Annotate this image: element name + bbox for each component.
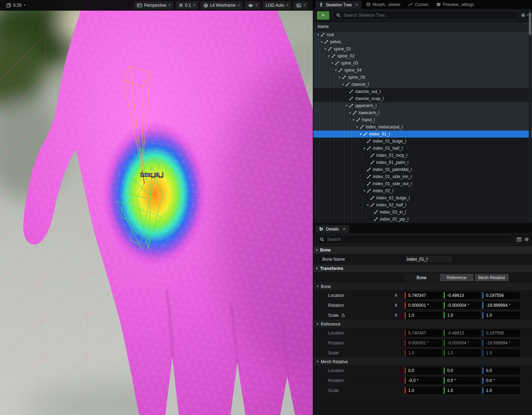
group-header-mesh-relative[interactable]: ▾Mesh Relative (313, 358, 532, 366)
viewport-3d[interactable]: index_01_l 0.25 ▾ Perspective ▾ (0, 0, 313, 415)
value-field[interactable]: -0.0 ° (404, 377, 442, 384)
details-search-box[interactable] (316, 235, 514, 244)
tree-row-index-01-side-inn-l[interactable]: index_01_side_inn_l (313, 173, 532, 180)
expander-icon[interactable]: ▾ (366, 201, 370, 209)
group-header-reference[interactable]: ▾Reference (313, 320, 532, 328)
display-filter-icon[interactable] (517, 237, 521, 242)
value-field[interactable]: 1.0 (443, 312, 481, 319)
expander-icon[interactable]: ▾ (355, 123, 359, 131)
bone-name-input[interactable]: index_01_l (404, 255, 453, 263)
visibility-button[interactable]: ▾ (245, 1, 260, 9)
expander-icon[interactable]: ▾ (359, 131, 363, 138)
tree-row-upperarm-l[interactable]: ▾upperarm_l (313, 102, 532, 109)
expander-icon[interactable]: ▾ (330, 60, 334, 67)
camera-speed-button[interactable]: 0.25 ▾ (4, 1, 28, 9)
tree-row-index-02-l[interactable]: ▾index_02_l (313, 187, 532, 194)
value-field[interactable]: 0.0 (443, 367, 481, 374)
tree-row-lowerarm-l[interactable]: ▾lowerarm_l (313, 109, 532, 116)
expander-icon[interactable]: ▾ (327, 52, 331, 60)
value-field[interactable]: 0.0 (482, 367, 520, 374)
tree-settings-button[interactable]: ▾ (521, 13, 528, 18)
tree-row-index-01-bulge-l[interactable]: index_01_bulge_l (313, 138, 532, 145)
expander-icon[interactable]: ▾ (341, 81, 345, 88)
tree-row-index-02-half-l[interactable]: ▾index_02_half_l (313, 201, 532, 209)
close-icon[interactable]: × (355, 2, 358, 7)
section-header-bone[interactable]: ▾Bone (313, 246, 532, 254)
value-field[interactable]: 1.0 (482, 312, 520, 319)
value-field[interactable]: 0.000001 ° (404, 302, 442, 309)
tree-row-index-02-in-l[interactable]: index_02_in_l (313, 209, 532, 216)
value-field[interactable]: 5.740347 (404, 292, 442, 299)
lock-open-icon[interactable] (341, 313, 345, 317)
value-field[interactable]: 1.0 (404, 312, 442, 319)
tree-row-clavicle-out-l[interactable]: clavicle_out_l (313, 88, 532, 95)
gear-icon[interactable] (524, 237, 529, 242)
expander-icon[interactable]: ▾ (362, 187, 366, 194)
tree-row-index-02-bulge-l[interactable]: index_02_bulge_l (313, 194, 532, 201)
expander-icon[interactable]: ▾ (348, 109, 352, 116)
tree-row-index-02-pip-l[interactable]: index_02_pip_l (313, 216, 532, 223)
tree-row-index-01-mcp-l[interactable]: index_01_mcp_l (313, 152, 532, 159)
details-search-input[interactable] (327, 237, 510, 242)
mode-button-mesh-relative[interactable]: Mesh Relative (475, 273, 509, 282)
value-field[interactable]: 5.740347 (404, 330, 442, 337)
expander-icon[interactable]: ▾ (362, 145, 366, 152)
tree-row-index-01-side-out-l[interactable]: index_01_side_out_l (313, 180, 532, 187)
value-field[interactable]: 1.0 (482, 349, 520, 356)
tab-details[interactable]: Details × (315, 225, 349, 233)
tree-row-root[interactable]: ▾root (313, 31, 532, 38)
value-field[interactable]: 1.0 (404, 387, 442, 394)
value-field[interactable]: 1.0 (443, 387, 481, 394)
perspective-button[interactable]: Perspective ▾ (134, 1, 173, 9)
value-field[interactable]: 1.0 (443, 349, 481, 356)
reset-transform-icon[interactable] (394, 303, 401, 307)
tab-morph-viewer[interactable]: Morph...viewer (362, 0, 404, 9)
expander-icon[interactable]: ▾ (334, 67, 338, 74)
tree-row-pelvis[interactable]: ▾pelvis (313, 38, 532, 45)
skeleton-search-input[interactable] (343, 12, 514, 18)
mode-button-bone[interactable]: Bone (404, 273, 439, 282)
value-field[interactable]: -19.999994 ° (482, 339, 520, 347)
expander-icon[interactable]: ▾ (320, 38, 324, 45)
tree-row-index-01-l[interactable]: ▾index_01_l (313, 131, 532, 138)
mode-button-reference[interactable]: Reference (439, 273, 474, 282)
value-field[interactable]: -0.48613 (443, 330, 481, 337)
reset-transform-icon[interactable] (394, 313, 401, 317)
value-field[interactable]: 0.000001 ° (404, 339, 442, 347)
tree-row-index-metacarpal-l[interactable]: ▾index_metacarpal_l (313, 123, 532, 131)
value-field[interactable]: 0.197556 (482, 292, 520, 299)
section-header-transforms[interactable]: ▾Transforms (313, 264, 532, 273)
tree-row-index-01-half-l[interactable]: ▾index_01_half_l (313, 145, 532, 152)
tree-row-spine-04[interactable]: ▾spine_04 (313, 67, 532, 74)
tab-preview-ettings[interactable]: Preview...ettings (433, 0, 477, 9)
tree-row-clavicle-l[interactable]: ▾clavicle_l (313, 81, 532, 88)
tree-row-hand-l[interactable]: ▾hand_l (313, 116, 532, 123)
value-field[interactable]: -19.999994 ° (482, 302, 520, 309)
tree-row-clavicle-scap-l[interactable]: clavicle_scap_l (313, 95, 532, 102)
value-field[interactable]: 0.0 ° (482, 377, 520, 384)
value-field[interactable]: -0.000004 ° (443, 339, 481, 347)
grid-snap-button[interactable]: 0.1 ▾ (176, 1, 198, 9)
group-header-bone[interactable]: ▾Bone (313, 283, 532, 290)
screenshot-button[interactable]: ▾ (294, 1, 308, 9)
add-bone-button[interactable]: + (317, 11, 329, 20)
viewport-scene[interactable]: index_01_l (0, 0, 313, 415)
value-field[interactable]: -0.000004 ° (443, 302, 481, 309)
view-mode-button[interactable]: Lit Wireframe ▾ (201, 1, 242, 9)
expander-icon[interactable]: ▾ (316, 31, 320, 38)
value-field[interactable]: -0.48613 (443, 292, 481, 299)
reset-transform-icon[interactable] (394, 293, 401, 297)
expander-icon[interactable]: ▾ (351, 116, 356, 123)
tree-row-spine-05[interactable]: ▾spine_05 (313, 74, 532, 81)
close-icon[interactable]: × (343, 227, 346, 231)
tree-scrollbar-thumb[interactable] (529, 12, 531, 35)
tree-row-spine-01[interactable]: ▾spine_01 (313, 45, 532, 52)
skeleton-search-box[interactable] (332, 11, 518, 20)
value-field[interactable]: 1.0 (482, 387, 520, 394)
value-field[interactable]: 1.0 (404, 349, 442, 356)
expander-icon[interactable]: ▾ (344, 102, 349, 109)
tree-row-index-01-palm-l[interactable]: index_01_palm_l (313, 159, 532, 166)
tree-row-index-01-palmmid-l[interactable]: index_01_palmMid_l (313, 166, 532, 173)
value-field[interactable]: 0.197556 (482, 330, 520, 337)
expander-icon[interactable]: ▾ (337, 74, 342, 81)
